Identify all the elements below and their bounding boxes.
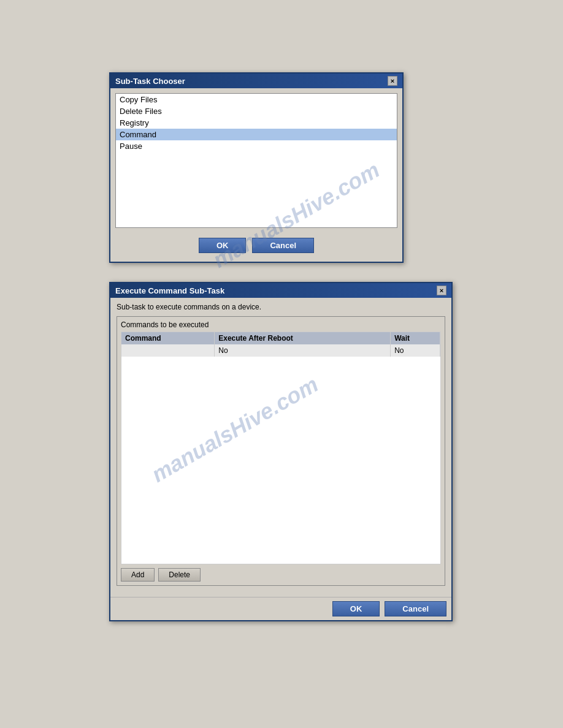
execute-command-dialog: Execute Command Sub-Task × Sub-task to e…: [109, 282, 453, 621]
subtask-chooser-dialog: Sub-Task Chooser × Copy Files Delete Fil…: [109, 72, 404, 263]
list-item-delete-files[interactable]: Delete Files: [116, 105, 397, 117]
execute-description: Sub-task to execute commands on a device…: [117, 303, 445, 311]
table-row[interactable]: No No: [121, 344, 440, 357]
execute-dialog-title: Execute Command Sub-Task: [115, 286, 224, 295]
cell-execute-after-reboot: No: [215, 344, 391, 357]
col-command: Command: [121, 332, 215, 344]
delete-button[interactable]: Delete: [158, 568, 201, 582]
execute-dialog-close-button[interactable]: ×: [437, 286, 446, 295]
subtask-dialog-buttons: OK Cancel: [115, 234, 397, 257]
subtask-dialog-content: Copy Files Delete Files Registry Command…: [110, 88, 402, 262]
list-item-command[interactable]: Command: [116, 129, 397, 140]
subtask-listbox[interactable]: Copy Files Delete Files Registry Command…: [115, 93, 397, 228]
subtask-ok-button[interactable]: OK: [199, 238, 247, 253]
cell-command: [121, 344, 215, 357]
commands-table-wrapper[interactable]: Command Execute After Reboot Wait No No: [121, 332, 441, 564]
execute-dialog-footer: OK Cancel: [110, 597, 451, 620]
subtask-dialog-titlebar: Sub-Task Chooser ×: [110, 74, 402, 88]
subtask-cancel-button[interactable]: Cancel: [252, 238, 314, 253]
subtask-dialog-close-button[interactable]: ×: [388, 76, 397, 86]
add-delete-row: Add Delete: [121, 568, 441, 582]
col-execute-after-reboot: Execute After Reboot: [215, 332, 391, 344]
list-item-copy-files[interactable]: Copy Files: [116, 94, 397, 105]
col-wait: Wait: [391, 332, 440, 344]
commands-table: Command Execute After Reboot Wait No No: [121, 332, 440, 357]
commands-group-legend: Commands to be executed: [121, 320, 441, 329]
execute-dialog-content: Sub-task to execute commands on a device…: [110, 298, 451, 597]
list-item-pause[interactable]: Pause: [116, 140, 397, 152]
add-button[interactable]: Add: [121, 568, 155, 582]
execute-cancel-button[interactable]: Cancel: [385, 601, 446, 616]
commands-table-header-row: Command Execute After Reboot Wait: [121, 332, 440, 344]
cell-wait: No: [391, 344, 440, 357]
execute-ok-button[interactable]: OK: [332, 601, 380, 616]
execute-dialog-titlebar: Execute Command Sub-Task ×: [110, 283, 451, 298]
list-item-registry[interactable]: Registry: [116, 117, 397, 129]
subtask-dialog-title: Sub-Task Chooser: [115, 77, 185, 86]
commands-group: Commands to be executed Command Execute …: [117, 316, 445, 586]
